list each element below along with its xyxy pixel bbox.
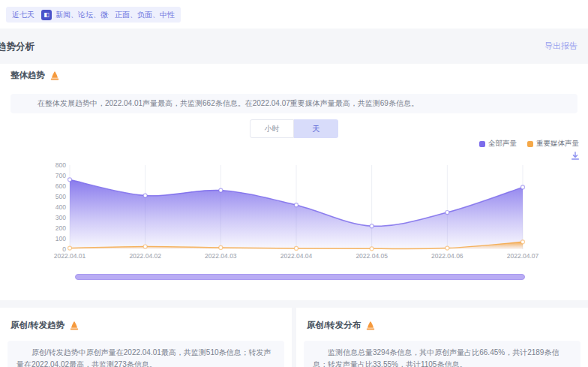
original-forward-distribution-title: 原创/转发分布 xyxy=(307,320,361,331)
legend-label-total: 全部声量 xyxy=(488,139,517,149)
svg-text:2022.04.02: 2022.04.02 xyxy=(129,252,161,260)
trend-chart: 01002003004005006007008002022.04.012022.… xyxy=(0,150,588,263)
svg-text:2022.04.05: 2022.04.05 xyxy=(356,252,388,260)
legend-item-total[interactable]: 全部声量 xyxy=(479,139,517,149)
original-forward-trend-title: 原创/转发趋势 xyxy=(10,320,64,331)
crown-icon xyxy=(50,71,60,81)
original-forward-distribution-summary-text: 监测信息总量3294条信息，其中原创声量占比66.45%，共计2189条信息；转… xyxy=(313,347,572,367)
original-forward-distribution-summary: 监测信息总量3294条信息，其中原创声量占比66.45%，共计2189条信息；转… xyxy=(304,341,580,367)
overall-summary: 在整体发展趋势中，2022.04.01声量最高，共监测662条信息。在2022.… xyxy=(10,94,578,113)
filter-sentiment[interactable]: 正面、负面、中性 xyxy=(109,7,181,23)
legend-item-media[interactable]: 重要媒体声量 xyxy=(527,139,579,149)
svg-text:800: 800 xyxy=(56,161,66,169)
svg-text:2022.04.06: 2022.04.06 xyxy=(431,252,464,260)
chart-legend: 全部声量 重要媒体声量 xyxy=(479,139,579,149)
svg-text:200: 200 xyxy=(56,224,66,232)
original-forward-trend-summary-text: 原创/转发趋势中原创声量在2022.04.01最高，共监测510条信息；转发声量… xyxy=(16,347,275,367)
original-forward-trend-card: 原创/转发趋势 原创/转发趋势中原创声量在2022.04.01最高，共监测510… xyxy=(0,308,292,367)
svg-text:2022.04.07: 2022.04.07 xyxy=(507,252,539,260)
svg-text:500: 500 xyxy=(56,193,66,200)
legend-label-media: 重要媒体声量 xyxy=(536,139,579,149)
svg-text:2022.04.03: 2022.04.03 xyxy=(205,252,237,260)
crown-icon xyxy=(365,320,376,331)
svg-text:100: 100 xyxy=(56,235,66,242)
toggle-day-button[interactable]: 天 xyxy=(294,119,338,138)
crown-icon xyxy=(69,320,80,331)
legend-swatch-media xyxy=(527,141,533,147)
overall-trend-title: 整体趋势 xyxy=(10,70,45,81)
svg-text:400: 400 xyxy=(56,203,66,211)
page-title: 趋势分析 xyxy=(0,41,34,53)
overall-trend-card: 整体趋势 在整体发展趋势中，2022.04.01声量最高，共监测662条信息。在… xyxy=(0,64,588,300)
svg-text:300: 300 xyxy=(56,214,66,221)
filter-time-range-label: 近七天 xyxy=(12,10,34,20)
export-report-link[interactable]: 导出报告 xyxy=(544,41,578,52)
granularity-toggle: 小时 天 xyxy=(250,119,338,138)
toggle-hour-button[interactable]: 小时 xyxy=(250,119,294,138)
original-forward-trend-summary: 原创/转发趋势中原创声量在2022.04.01最高，共监测510条信息；转发声量… xyxy=(8,341,284,367)
svg-text:700: 700 xyxy=(56,172,66,179)
sources-icon: ◧ xyxy=(41,10,52,20)
svg-text:600: 600 xyxy=(56,182,66,190)
original-forward-distribution-card: 原创/转发分布 监测信息总量3294条信息，其中原创声量占比66.45%，共计2… xyxy=(296,308,588,367)
chart-scrollbar[interactable] xyxy=(75,274,525,280)
overall-summary-text: 在整体发展趋势中，2022.04.01声量最高，共监测662条信息。在2022.… xyxy=(22,94,566,113)
section-header: 趋势分析 导出报告 xyxy=(0,29,588,64)
legend-swatch-total xyxy=(479,141,485,147)
svg-text:2022.04.01: 2022.04.01 xyxy=(54,252,86,260)
filter-bar: 近七天 ◧ 新闻、论坛、微信... 正面、负面、中性 xyxy=(0,0,588,29)
svg-text:2022.04.04: 2022.04.04 xyxy=(280,252,313,260)
filter-sentiment-label: 正面、负面、中性 xyxy=(115,10,175,20)
